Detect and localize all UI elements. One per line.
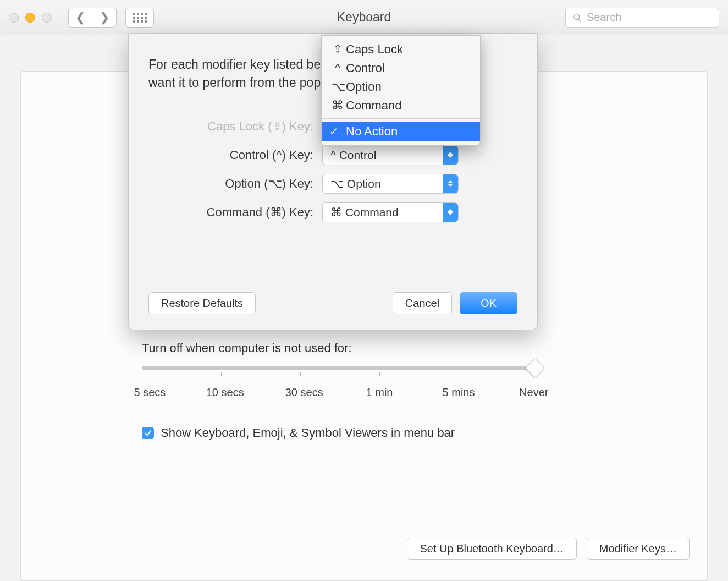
nav-buttons: ❮ ❯ xyxy=(68,8,117,28)
tick-label: Never xyxy=(519,386,548,399)
slider-ticks xyxy=(142,372,538,377)
option-select[interactable]: ⌥ Option xyxy=(322,174,459,194)
pane-bottom-buttons: Set Up Bluetooth Keyboard… Modifier Keys… xyxy=(407,538,690,560)
popup-item-label: No Action xyxy=(346,124,398,139)
keyboard-settings-lower: Turn off when computer is not used for: … xyxy=(142,341,582,440)
forward-button[interactable]: ❯ xyxy=(92,8,117,28)
control-label: Control (^) Key: xyxy=(148,148,313,162)
show-all-button[interactable] xyxy=(125,8,154,28)
command-label: Command (⌘) Key: xyxy=(148,205,313,220)
tick-label: 5 mins xyxy=(443,386,475,399)
popup-item-no-action[interactable]: No Action xyxy=(322,122,480,141)
popup-item-control[interactable]: ^ Control xyxy=(322,59,480,78)
sheet-buttons: Restore Defaults Cancel OK xyxy=(148,292,517,314)
control-icon: ^ xyxy=(332,61,344,75)
popup-item-label: Caps Lock xyxy=(346,42,403,57)
capslock-icon: ⇪ xyxy=(332,42,344,57)
grid-icon xyxy=(133,13,147,23)
control-select-value: ^ Control xyxy=(330,149,376,162)
tick-label: 5 secs xyxy=(134,386,166,399)
tick-label: 10 secs xyxy=(206,386,244,399)
capslock-label: Caps Lock (⇪) Key: xyxy=(148,119,313,134)
popup-item-label: Option xyxy=(346,80,382,94)
search-field[interactable]: Search xyxy=(565,8,719,28)
restore-defaults-button[interactable]: Restore Defaults xyxy=(148,292,256,314)
command-select[interactable]: ⌘ Command xyxy=(322,202,459,222)
menu-bar-checkbox-row: Show Keyboard, Emoji, & Symbol Viewers i… xyxy=(142,426,582,440)
back-button[interactable]: ❮ xyxy=(68,8,92,28)
popup-item-label: Command xyxy=(346,98,401,113)
tick-label: 1 min xyxy=(366,386,393,399)
chevron-right-icon: ❯ xyxy=(100,10,109,25)
check-icon xyxy=(144,429,152,437)
updown-icon xyxy=(443,203,458,222)
popup-item-label: Control xyxy=(346,61,385,75)
minimize-window-button[interactable] xyxy=(25,13,35,23)
popup-item-command[interactable]: ⌘ Command xyxy=(322,96,480,115)
cancel-button[interactable]: Cancel xyxy=(393,292,452,314)
tick-label: 30 secs xyxy=(285,386,323,399)
show-viewers-label: Show Keyboard, Emoji, & Symbol Viewers i… xyxy=(161,426,455,440)
idle-slider[interactable]: 5 secs 10 secs 30 secs 1 min 5 mins Neve… xyxy=(142,366,582,401)
setup-bluetooth-button[interactable]: Set Up Bluetooth Keyboard… xyxy=(407,538,576,560)
control-select[interactable]: ^ Control xyxy=(322,145,459,165)
option-select-value: ⌥ Option xyxy=(330,177,381,190)
modifier-keys-button[interactable]: Modifier Keys… xyxy=(587,538,690,560)
command-icon: ⌘ xyxy=(332,98,344,113)
slider-tick-labels: 5 secs 10 secs 30 secs 1 min 5 mins Neve… xyxy=(142,386,538,401)
show-viewers-checkbox[interactable] xyxy=(142,427,154,439)
option-label: Option (⌥) Key: xyxy=(148,177,313,191)
zoom-window-button[interactable] xyxy=(42,13,52,23)
command-row: Command (⌘) Key: ⌘ Command xyxy=(148,202,517,222)
capslock-popup-menu: ⇪ Caps Lock ^ Control ⌥ Option ⌘ Command… xyxy=(321,35,481,146)
updown-icon xyxy=(443,174,458,193)
window-controls xyxy=(9,13,52,23)
content-area: Turn off when computer is not used for: … xyxy=(0,35,728,581)
toolbar: ❮ ❯ Keyboard Search xyxy=(0,0,728,35)
updown-icon xyxy=(443,146,458,165)
option-row: Option (⌥) Key: ⌥ Option xyxy=(148,174,517,194)
close-window-button[interactable] xyxy=(9,13,19,23)
window-title: Keyboard xyxy=(337,10,391,25)
search-icon xyxy=(572,13,582,23)
ok-button[interactable]: OK xyxy=(460,292,517,314)
control-row: Control (^) Key: ^ Control xyxy=(148,145,517,165)
chevron-left-icon: ❮ xyxy=(75,10,85,25)
turnoff-label: Turn off when computer is not used for: xyxy=(142,341,582,355)
option-icon: ⌥ xyxy=(332,80,344,94)
popup-item-capslock[interactable]: ⇪ Caps Lock xyxy=(322,40,480,59)
popup-separator xyxy=(322,118,480,119)
popup-item-option[interactable]: ⌥ Option xyxy=(322,78,480,96)
search-placeholder: Search xyxy=(587,11,621,24)
command-select-value: ⌘ Command xyxy=(330,206,399,219)
